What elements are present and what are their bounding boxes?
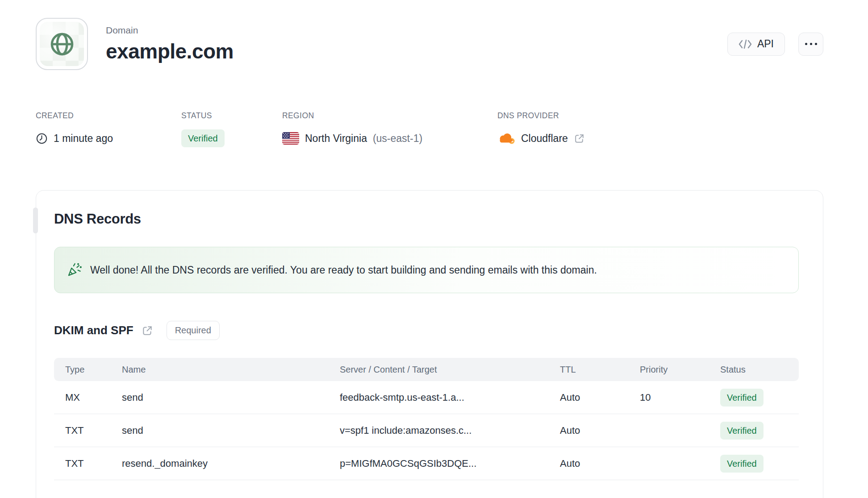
ellipsis-icon — [805, 43, 817, 45]
page-eyebrow: Domain — [106, 25, 234, 36]
table-header-row: Type Name Server / Content / Target TTL … — [54, 358, 799, 381]
cell-type: TXT — [65, 458, 122, 469]
header-actions: API — [727, 33, 823, 56]
globe-icon — [47, 29, 77, 59]
cell-type: MX — [65, 392, 122, 403]
cloudflare-icon — [497, 133, 515, 145]
dns-records-title: DNS Records — [54, 211, 799, 227]
code-icon — [739, 39, 752, 49]
title-block: Domain example.com — [106, 25, 234, 63]
meta-region: REGION — [282, 111, 497, 148]
meta-row: CREATED 1 minute ago STATUS Verified REG… — [36, 111, 823, 148]
domain-detail-page: Domain example.com API CREATED — [0, 0, 868, 498]
dkim-spf-section-header: DKIM and SPF Required — [54, 321, 799, 340]
success-banner-text: Well done! All the DNS records are verif… — [90, 264, 597, 276]
external-link-icon[interactable] — [142, 325, 153, 336]
cell-content: p=MIGfMA0GCSqGSIb3DQE... — [340, 458, 560, 469]
cell-name: resend._domainkey — [122, 458, 340, 469]
created-label: CREATED — [36, 111, 181, 120]
party-popper-icon — [65, 261, 82, 278]
cell-content: feedback-smtp.us-east-1.a... — [340, 392, 560, 403]
dns-records-table: Type Name Server / Content / Target TTL … — [54, 358, 799, 480]
column-header-priority: Priority — [640, 365, 720, 375]
dns-records-card: DNS Records Well done! All the DNS recor… — [36, 190, 823, 498]
column-header-content: Server / Content / Target — [340, 365, 560, 375]
external-link-icon[interactable] — [574, 133, 585, 144]
page-header: Domain example.com API — [36, 18, 823, 70]
record-status-badge: Verified — [720, 422, 764, 440]
table-row: TXT send v=spf1 include:amazonses.c... A… — [54, 414, 799, 447]
api-button-label: API — [757, 38, 774, 50]
status-badge: Verified — [181, 129, 225, 147]
clock-icon — [36, 133, 48, 145]
us-flag-icon — [282, 132, 299, 145]
meta-status: STATUS Verified — [181, 111, 282, 148]
column-header-status: Status — [720, 365, 799, 375]
api-button[interactable]: API — [727, 33, 785, 56]
cell-priority: 10 — [640, 392, 720, 403]
dns-provider-value: Cloudflare — [521, 133, 568, 145]
section-scroll-indicator — [33, 208, 38, 233]
table-row: MX send feedback-smtp.us-east-1.a... Aut… — [54, 381, 799, 414]
record-status-badge: Verified — [720, 455, 764, 473]
created-value: 1 minute ago — [54, 133, 113, 145]
column-header-type: Type — [65, 365, 122, 375]
page-title: example.com — [106, 39, 234, 63]
region-label: REGION — [282, 111, 497, 120]
status-label: STATUS — [181, 111, 282, 120]
region-code: (us-east-1) — [373, 133, 422, 145]
dkim-spf-title: DKIM and SPF — [54, 324, 134, 337]
required-badge: Required — [167, 321, 220, 340]
cell-name: send — [122, 425, 340, 436]
more-options-button[interactable] — [798, 33, 823, 56]
cell-content: v=spf1 include:amazonses.c... — [340, 425, 560, 436]
record-status-badge: Verified — [720, 389, 764, 407]
table-row: TXT resend._domainkey p=MIGfMA0GCSqGSIb3… — [54, 447, 799, 480]
region-value: North Virginia — [305, 133, 367, 145]
cell-ttl: Auto — [560, 425, 640, 436]
cell-name: send — [122, 392, 340, 403]
meta-dns-provider: DNS PROVIDER Cloudflare — [497, 111, 585, 148]
domain-avatar — [36, 18, 88, 70]
column-header-ttl: TTL — [560, 365, 640, 375]
success-banner: Well done! All the DNS records are verif… — [54, 247, 799, 293]
cell-ttl: Auto — [560, 458, 640, 469]
meta-created: CREATED 1 minute ago — [36, 111, 181, 148]
cell-ttl: Auto — [560, 392, 640, 403]
cell-type: TXT — [65, 425, 122, 436]
column-header-name: Name — [122, 365, 340, 375]
dns-provider-label: DNS PROVIDER — [497, 111, 585, 120]
domain-avatar-checker — [40, 22, 84, 66]
